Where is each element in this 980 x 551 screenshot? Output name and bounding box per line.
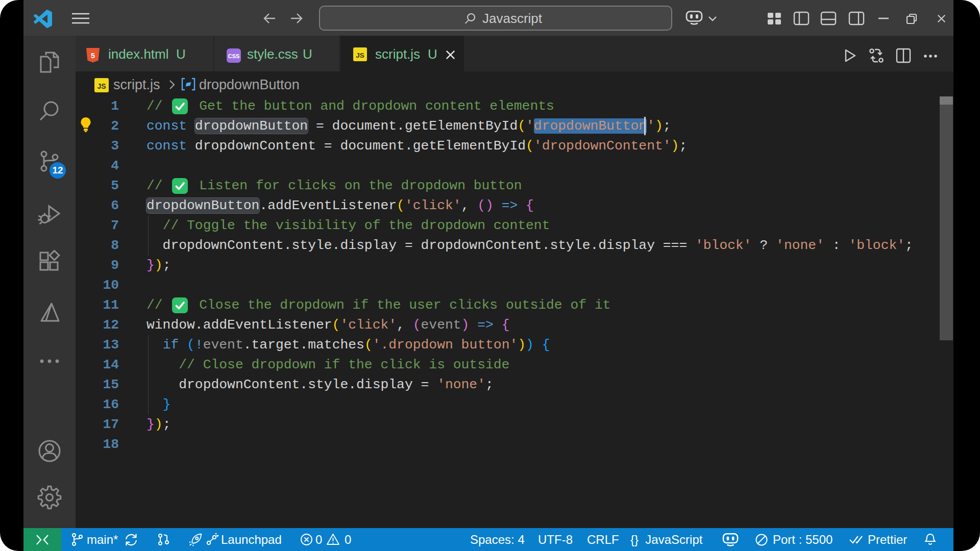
svg-text:CSS: CSS <box>228 53 240 59</box>
svg-text:JS: JS <box>356 52 364 59</box>
svg-text:JS: JS <box>97 82 106 90</box>
svg-text:5: 5 <box>91 51 95 60</box>
